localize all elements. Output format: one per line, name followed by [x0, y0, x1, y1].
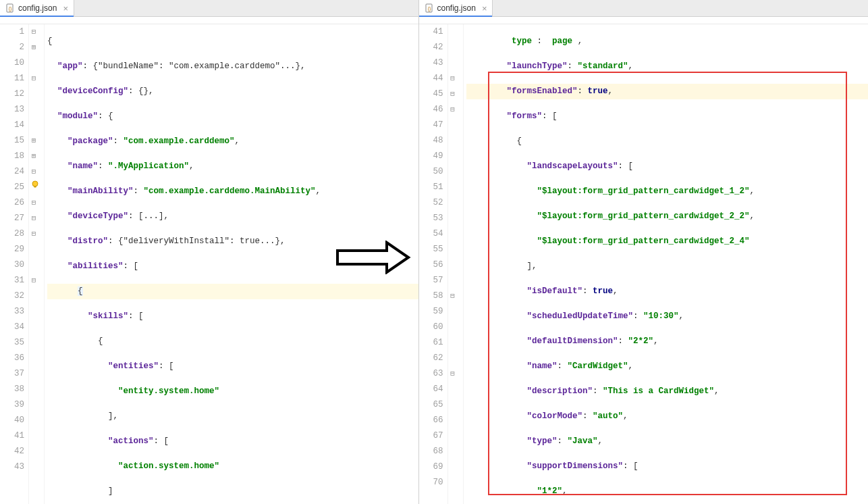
- code-line: "actions": [: [47, 434, 418, 449]
- line-number: 69: [419, 459, 443, 475]
- line-number: 34: [0, 320, 24, 335]
- line-number: 59: [419, 304, 443, 320]
- line-number: 45: [419, 86, 443, 102]
- fold-toggle-icon[interactable]: ⊟: [448, 86, 458, 102]
- close-icon[interactable]: ×: [63, 3, 68, 14]
- breadcrumb-bar: [0, 17, 418, 24]
- line-number: 44: [419, 71, 443, 86]
- code-line: "landscapeLayouts": [: [466, 159, 868, 174]
- code-line: "defaultDimension": "2*2",: [466, 334, 868, 349]
- code-line: "supportDimensions": [: [466, 459, 868, 474]
- line-number: 36: [0, 351, 24, 366]
- line-number: 53: [419, 211, 443, 226]
- line-number: 10: [0, 55, 24, 71]
- svg-rect-3: [34, 186, 36, 188]
- line-number-gutter: 1 2 10 11 12 13 14 15 18 24 25 26 27 28 …: [0, 24, 29, 504]
- tab-config-json-right[interactable]: {} config.json ×: [419, 0, 493, 16]
- code-line: "isDefault": true,: [466, 284, 868, 299]
- line-number: 55: [419, 242, 443, 257]
- fold-toggle-icon[interactable]: ⊟: [29, 71, 38, 86]
- code-line: "$layout:form_grid_pattern_cardwidget_2_…: [466, 209, 868, 224]
- line-number: 68: [419, 444, 443, 459]
- line-number: 29: [0, 242, 24, 257]
- line-number: 30: [0, 257, 24, 273]
- code-line: "entities": [: [47, 359, 418, 374]
- line-number: 70: [419, 475, 443, 490]
- line-number: 67: [419, 428, 443, 444]
- line-number: 40: [0, 413, 24, 428]
- fold-toggle-icon[interactable]: ⊟: [29, 226, 38, 242]
- svg-point-2: [32, 181, 38, 186]
- line-number: 31: [0, 273, 24, 288]
- line-number: 57: [419, 273, 443, 288]
- line-number: 61: [419, 335, 443, 351]
- tab-label: config.json: [18, 3, 57, 13]
- code-line: "name": ".MyApplication",: [47, 159, 418, 174]
- line-number: 63: [419, 366, 443, 382]
- line-number: 65: [419, 397, 443, 413]
- code-line: "type": "Java",: [466, 434, 868, 449]
- fold-column[interactable]: ⊟ ⊞ ⊟ ⊞ ⊞ ⊟ ⊟ ⊟ ⊟ ⊟: [29, 24, 45, 504]
- fold-toggle-icon[interactable]: ⊞: [29, 133, 38, 149]
- fold-toggle-icon[interactable]: ⊟: [448, 366, 458, 382]
- code-line: "forms": [: [466, 109, 868, 124]
- fold-toggle-icon[interactable]: ⊟: [29, 273, 38, 288]
- line-number: 11: [0, 71, 24, 86]
- tab-bar-right: {} config.json ×: [419, 0, 868, 17]
- code-line: {: [47, 334, 418, 349]
- breadcrumb-bar: [419, 17, 868, 24]
- line-number: 43: [419, 55, 443, 71]
- fold-toggle-icon[interactable]: ⊟: [448, 71, 458, 86]
- code-line: "1*2",: [466, 484, 868, 499]
- tab-config-json-left[interactable]: {} config.json ×: [0, 0, 74, 16]
- fold-toggle-icon[interactable]: ⊟: [29, 24, 38, 40]
- code-line: "package": "com.example.carddemo",: [47, 134, 418, 149]
- svg-text:{}: {}: [427, 6, 431, 11]
- fold-toggle-icon[interactable]: ⊟: [448, 288, 458, 304]
- code-line: "mainAbility": "com.example.carddemo.Mai…: [47, 184, 418, 199]
- code-line: "launchType": "standard",: [466, 59, 868, 74]
- line-number: 41: [419, 24, 443, 40]
- line-number: 35: [0, 335, 24, 351]
- code-line: "scheduledUpdateTime": "10:30",: [466, 309, 868, 324]
- fold-toggle-icon[interactable]: ⊞: [29, 149, 38, 164]
- line-number: 2: [0, 40, 24, 55]
- line-number: 64: [419, 382, 443, 397]
- code-line: type : page ,: [466, 34, 868, 49]
- close-icon[interactable]: ×: [482, 3, 487, 14]
- lightbulb-icon[interactable]: [30, 180, 40, 189]
- code-line: "description": "This is a CardWidget",: [466, 384, 868, 399]
- line-number: 56: [419, 257, 443, 273]
- code-line: "action.system.home": [47, 459, 418, 474]
- line-number: 12: [0, 86, 24, 102]
- line-number: 43: [0, 459, 24, 475]
- code-line: "$layout:form_grid_pattern_cardwidget_1_…: [466, 184, 868, 199]
- code-line: ]: [47, 484, 418, 499]
- line-number: 52: [419, 195, 443, 211]
- line-number: 60: [419, 320, 443, 335]
- line-number: 24: [0, 164, 24, 180]
- code-line: "entity.system.home": [47, 384, 418, 399]
- line-number: 14: [0, 118, 24, 133]
- line-number: 62: [419, 351, 443, 366]
- fold-toggle-icon[interactable]: ⊟: [29, 195, 38, 211]
- tab-label: config.json: [437, 3, 476, 13]
- fold-toggle-icon[interactable]: ⊟: [448, 102, 458, 118]
- code-line: "name": "CardWidget",: [466, 359, 868, 374]
- json-file-icon: {}: [425, 3, 434, 13]
- line-number: 1: [0, 24, 24, 40]
- line-number: 26: [0, 195, 24, 211]
- json-file-icon: {}: [5, 3, 15, 13]
- fold-toggle-icon[interactable]: ⊟: [29, 164, 38, 180]
- code-editor-right[interactable]: 41 42 43 44 45 46 47 48 49 50 51 52 53 5…: [419, 24, 868, 504]
- fold-toggle-icon[interactable]: ⊟: [29, 211, 38, 226]
- code-line: {: [47, 34, 418, 49]
- line-number: 54: [419, 226, 443, 242]
- fold-column[interactable]: ⊟ ⊟ ⊟ ⊟ ⊟: [448, 24, 464, 504]
- line-number: 25: [0, 180, 24, 195]
- line-number: 50: [419, 164, 443, 180]
- code-line: "deviceConfig": {},: [47, 84, 418, 99]
- code-lines[interactable]: type : page , "launchType": "standard", …: [464, 24, 868, 504]
- line-number: 49: [419, 149, 443, 164]
- fold-toggle-icon[interactable]: ⊞: [29, 40, 38, 55]
